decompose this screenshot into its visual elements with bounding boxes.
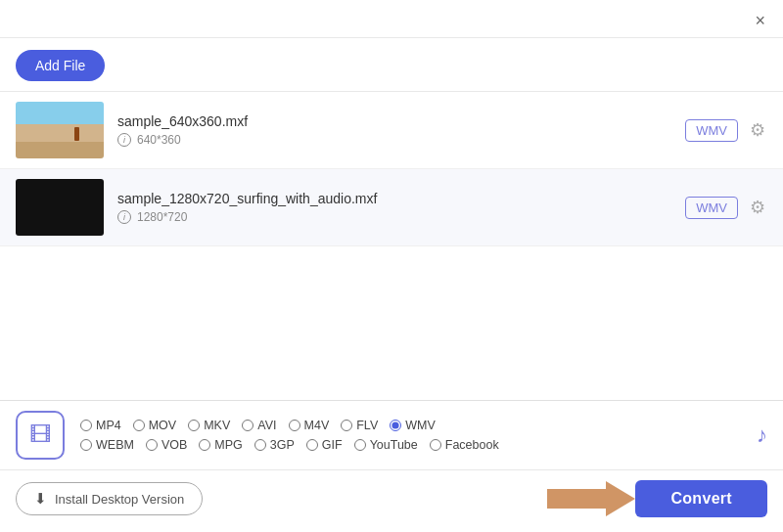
install-desktop-button[interactable]: ⬇ Install Desktop Version (16, 482, 203, 515)
format-option-webm[interactable]: WEBM (80, 438, 134, 452)
format-radio-mpg[interactable] (199, 439, 210, 451)
convert-button[interactable]: Convert (635, 480, 767, 517)
info-icon: i (117, 210, 131, 224)
format-option-vob[interactable]: VOB (146, 438, 187, 452)
file-name: sample_640x360.mxf (117, 113, 685, 129)
format-row-2: WEBM VOB MPG 3GP GIF YouTube (80, 438, 743, 452)
format-options-container: MP4 MOV MKV AVI M4V FLV WM (80, 419, 743, 452)
format-radio-mp4[interactable] (80, 420, 92, 431)
format-option-wmv[interactable]: WMV (390, 419, 436, 432)
title-bar: × (0, 0, 783, 38)
format-radio-wmv[interactable] (390, 420, 401, 431)
format-option-mkv[interactable]: MKV (188, 419, 230, 432)
file-thumbnail (16, 102, 104, 158)
format-option-m4v[interactable]: M4V (289, 419, 330, 432)
arrow-icon (547, 481, 635, 516)
format-option-mpg[interactable]: MPG (199, 438, 242, 452)
format-bar: 🎞 MP4 MOV MKV AVI M4V (0, 400, 783, 469)
empty-area (0, 283, 783, 400)
file-info: sample_640x360.mxf i 640*360 (117, 113, 685, 147)
format-radio-webm[interactable] (80, 439, 92, 451)
format-radio-gif[interactable] (306, 439, 318, 451)
format-radio-vob[interactable] (146, 439, 158, 451)
format-radio-avi[interactable] (242, 420, 253, 431)
file-resolution: 1280*720 (137, 210, 187, 224)
format-option-gif[interactable]: GIF (306, 438, 343, 452)
file-meta: i 1280*720 (117, 210, 685, 224)
format-option-facebook[interactable]: Facebook (430, 438, 499, 452)
format-option-avi[interactable]: AVI (242, 419, 276, 432)
format-radio-facebook[interactable] (430, 439, 441, 451)
close-button[interactable]: × (751, 10, 769, 31)
file-meta: i 640*360 (117, 133, 685, 147)
settings-button[interactable]: ⚙ (748, 117, 767, 143)
format-radio-youtube[interactable] (354, 439, 366, 451)
svg-marker-0 (547, 481, 635, 516)
format-option-mp4[interactable]: MP4 (80, 419, 121, 432)
file-actions: WMV ⚙ (685, 195, 767, 220)
format-badge[interactable]: WMV (685, 197, 738, 219)
file-list: sample_640x360.mxf i 640*360 WMV ⚙ sampl… (0, 92, 783, 283)
film-icon: 🎞 (29, 422, 51, 448)
video-format-icon-box: 🎞 (16, 411, 65, 460)
format-row-1: MP4 MOV MKV AVI M4V FLV WM (80, 419, 743, 432)
toolbar: Add File (0, 38, 783, 92)
file-resolution: 640*360 (137, 133, 181, 147)
music-icon: ♪ (757, 422, 767, 448)
info-icon: i (117, 133, 131, 147)
format-option-3gp[interactable]: 3GP (254, 438, 295, 452)
format-option-flv[interactable]: FLV (341, 419, 378, 432)
convert-area: Convert (547, 480, 767, 517)
file-name: sample_1280x720_surfing_with_audio.mxf (117, 191, 685, 206)
format-radio-3gp[interactable] (254, 439, 266, 451)
music-icon-box[interactable]: ♪ (757, 422, 767, 448)
file-item: sample_1280x720_surfing_with_audio.mxf i… (0, 169, 783, 246)
format-option-youtube[interactable]: YouTube (354, 438, 418, 452)
format-radio-m4v[interactable] (289, 420, 300, 431)
action-bar: ⬇ Install Desktop Version Convert (0, 469, 783, 527)
format-badge[interactable]: WMV (685, 119, 738, 142)
add-file-button[interactable]: Add File (16, 50, 105, 81)
file-item: sample_640x360.mxf i 640*360 WMV ⚙ (0, 92, 783, 169)
format-option-mov[interactable]: MOV (133, 419, 176, 432)
file-info: sample_1280x720_surfing_with_audio.mxf i… (117, 191, 685, 224)
file-thumbnail (16, 179, 104, 236)
format-radio-mkv[interactable] (188, 420, 200, 431)
format-radio-flv[interactable] (341, 420, 352, 431)
format-radio-mov[interactable] (133, 420, 145, 431)
file-actions: WMV ⚙ (685, 117, 767, 143)
download-icon: ⬇ (34, 490, 47, 508)
settings-button[interactable]: ⚙ (748, 195, 767, 220)
install-label: Install Desktop Version (55, 492, 184, 507)
